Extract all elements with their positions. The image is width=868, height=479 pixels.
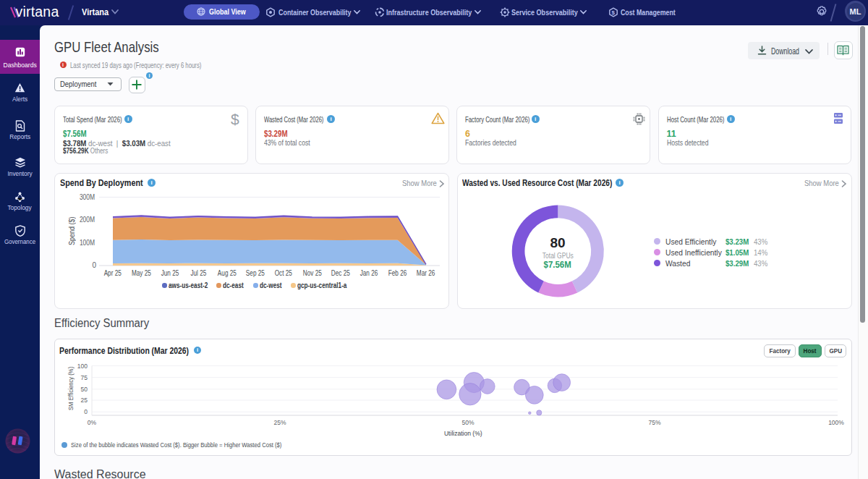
svg-text:$: $ xyxy=(612,9,616,16)
svg-text:virtana: virtana xyxy=(16,4,59,20)
